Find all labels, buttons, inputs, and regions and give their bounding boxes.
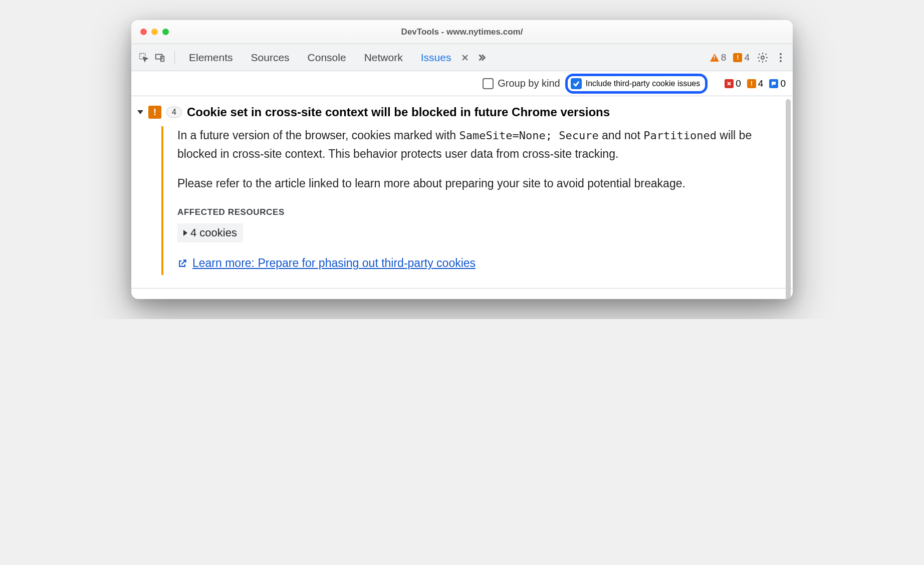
code-samesite: SameSite=None; Secure <box>459 129 599 142</box>
warnings-count[interactable]: 8 <box>710 52 727 63</box>
warning-icon <box>710 54 719 62</box>
issues-filter-bar: Group by kind Include third-party cookie… <box>131 71 793 96</box>
titlebar: DevTools - www.nytimes.com/ <box>131 20 793 44</box>
expand-cookies-icon <box>183 230 187 236</box>
group-by-kind-label: Group by kind <box>498 78 560 89</box>
devtools-window: DevTools - www.nytimes.com/ Elements Sou… <box>131 20 793 299</box>
affected-resources-heading: AFFECTED RESOURCES <box>177 207 783 217</box>
learn-more-row: Learn more: Prepare for phasing out thir… <box>177 256 783 270</box>
info-filter-count: 0 <box>780 78 786 89</box>
learn-more-link[interactable]: Learn more: Prepare for phasing out thir… <box>192 256 476 270</box>
tab-console[interactable]: Console <box>300 49 354 67</box>
issue-header[interactable]: ! 4 Cookie set in cross-site context wil… <box>137 105 783 119</box>
tab-sources[interactable]: Sources <box>243 49 298 67</box>
group-by-kind-option: Group by kind <box>483 78 560 89</box>
svg-point-5 <box>780 57 782 59</box>
info-icon <box>769 79 778 88</box>
more-tabs-icon[interactable] <box>473 52 490 63</box>
affected-cookies-toggle[interactable]: 4 cookies <box>177 223 243 242</box>
code-partitioned: Partitioned <box>643 129 717 142</box>
svg-rect-7 <box>772 82 776 85</box>
window-title: DevTools - www.nytimes.com/ <box>131 27 793 37</box>
error-icon <box>725 79 734 88</box>
issues-count-value: 4 <box>744 52 750 63</box>
external-link-icon <box>177 258 187 268</box>
maximize-window-button[interactable] <box>162 29 169 35</box>
tabbar-right: 8 ! 4 <box>710 52 786 64</box>
traffic-lights <box>140 29 169 35</box>
divider <box>174 51 175 64</box>
issue-list: ! 4 Cookie set in cross-site context wil… <box>131 96 793 288</box>
svg-point-6 <box>780 60 782 62</box>
issues-content: ! 4 Cookie set in cross-site context wil… <box>131 96 793 288</box>
issue-occurrence-count: 4 <box>166 107 182 118</box>
more-options-icon[interactable] <box>776 52 786 64</box>
settings-icon[interactable] <box>757 52 769 64</box>
warning-badge-icon: ! <box>747 79 756 88</box>
issues-count[interactable]: ! 4 <box>733 52 750 63</box>
inspect-element-icon[interactable] <box>138 52 149 63</box>
include-third-party-label: Include third-party cookie issues <box>586 79 701 88</box>
issue-kind-counts: 0 ! 4 0 <box>725 78 786 89</box>
tab-elements[interactable]: Elements <box>181 49 241 67</box>
tab-network[interactable]: Network <box>356 49 411 67</box>
errors-filter-count: 0 <box>736 78 741 89</box>
issue-severity-icon: ! <box>148 106 161 119</box>
errors-filter[interactable]: 0 <box>725 78 741 89</box>
group-by-kind-checkbox[interactable] <box>483 78 494 89</box>
info-filter[interactable]: 0 <box>769 78 786 89</box>
include-third-party-option: Include third-party cookie issues <box>565 74 708 94</box>
issue-body: In a future version of the browser, cook… <box>161 126 783 275</box>
issue-icon: ! <box>733 53 742 62</box>
cookies-count-label: 4 cookies <box>190 226 237 239</box>
warnings-filter[interactable]: ! 4 <box>747 78 764 89</box>
issue-description-1: In a future version of the browser, cook… <box>177 126 783 163</box>
close-tab-icon[interactable] <box>459 54 471 62</box>
expand-toggle-icon[interactable] <box>137 110 143 114</box>
warnings-filter-count: 4 <box>758 78 764 89</box>
include-third-party-checkbox[interactable] <box>571 78 582 89</box>
bottom-panel <box>131 288 793 299</box>
tab-issues[interactable]: Issues <box>413 49 459 67</box>
svg-point-4 <box>780 53 782 55</box>
device-toolbar-icon[interactable] <box>154 52 165 63</box>
issue-title: Cookie set in cross-site context will be… <box>187 105 610 119</box>
close-window-button[interactable] <box>140 29 147 35</box>
minimize-window-button[interactable] <box>151 29 158 35</box>
scrollbar[interactable] <box>786 99 791 299</box>
tabbar: Elements Sources Console Network Issues … <box>131 44 793 71</box>
svg-point-3 <box>761 56 764 59</box>
warnings-count-value: 8 <box>721 52 727 63</box>
issue-description-2: Please refer to the article linked to le… <box>177 174 783 193</box>
